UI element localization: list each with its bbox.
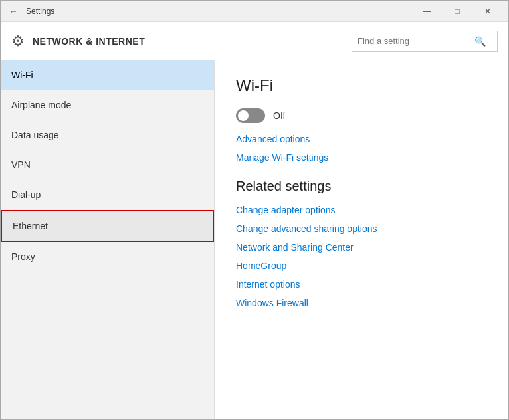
sidebar-item-airplane[interactable]: Airplane mode — [1, 90, 214, 120]
wifi-toggle[interactable] — [236, 108, 265, 123]
sidebar-item-ethernet[interactable]: Ethernet — [1, 210, 214, 242]
search-box[interactable]: 🔍 — [352, 31, 498, 52]
sidebar-item-proxy[interactable]: Proxy — [1, 242, 214, 272]
related-settings-title: Related settings — [236, 179, 487, 194]
wifi-toggle-row: Off — [236, 108, 487, 123]
app-header-title: NETWORK & INTERNET — [33, 36, 344, 47]
title-bar: ← Settings — □ ✕ — [1, 1, 508, 22]
title-bar-title: Settings — [26, 7, 54, 16]
manage-wifi-link[interactable]: Manage Wi-Fi settings — [236, 152, 487, 163]
maximize-button[interactable]: □ — [442, 1, 472, 22]
sidebar-item-datausage[interactable]: Data usage — [1, 120, 214, 150]
search-input[interactable] — [357, 36, 470, 46]
sidebar: Wi-Fi Airplane mode Data usage VPN Dial-… — [1, 60, 215, 420]
advanced-options-link[interactable]: Advanced options — [236, 134, 487, 144]
internet-options-link[interactable]: Internet options — [236, 279, 487, 290]
sidebar-item-wifi[interactable]: Wi-Fi — [1, 60, 214, 90]
search-icon: 🔍 — [474, 36, 486, 47]
back-button[interactable]: ← — [6, 5, 21, 18]
content-title: Wi-Fi — [236, 76, 487, 95]
toggle-label: Off — [273, 110, 285, 121]
sidebar-item-dialup[interactable]: Dial-up — [1, 180, 214, 210]
toggle-knob — [238, 110, 249, 121]
windows-firewall-link[interactable]: Windows Firewall — [236, 298, 487, 308]
window-controls: — □ ✕ — [411, 1, 503, 22]
network-sharing-center-link[interactable]: Network and Sharing Center — [236, 242, 487, 253]
change-adapter-link[interactable]: Change adapter options — [236, 205, 487, 215]
homegroup-link[interactable]: HomeGroup — [236, 261, 487, 271]
app-header: ⚙ NETWORK & INTERNET 🔍 — [1, 22, 508, 60]
main-layout: Wi-Fi Airplane mode Data usage VPN Dial-… — [1, 60, 508, 420]
content-area: Wi-Fi Off Advanced options Manage Wi-Fi … — [215, 60, 508, 420]
sidebar-item-vpn[interactable]: VPN — [1, 150, 214, 180]
minimize-button[interactable]: — — [411, 1, 442, 22]
close-button[interactable]: ✕ — [472, 1, 503, 22]
change-sharing-link[interactable]: Change advanced sharing options — [236, 223, 487, 234]
settings-gear-icon: ⚙ — [11, 33, 25, 50]
